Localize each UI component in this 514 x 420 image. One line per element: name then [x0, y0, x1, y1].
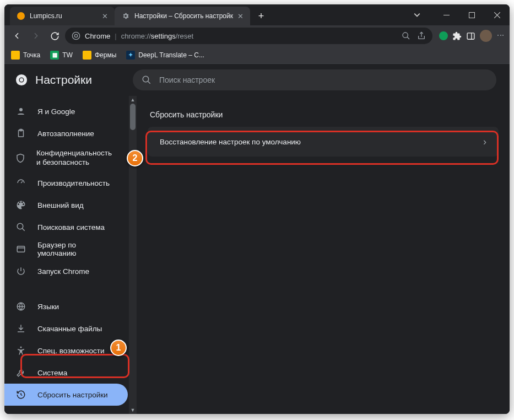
close-button[interactable] — [484, 4, 510, 25]
scroll-thumb[interactable] — [130, 104, 136, 130]
svg-rect-2 — [469, 12, 474, 18]
gear-icon — [121, 12, 130, 20]
sidebar-item-autofill[interactable]: Автозаполнение — [4, 122, 128, 144]
window-controls — [434, 4, 510, 25]
sidebar-item-languages[interactable]: Языки — [4, 295, 128, 317]
new-tab-button[interactable]: + — [253, 8, 269, 24]
section-title: Сбросить настройки — [148, 110, 499, 119]
minimize-button[interactable] — [434, 4, 459, 25]
svg-point-9 — [20, 78, 23, 82]
avatar[interactable] — [480, 30, 492, 42]
bookmark-fermy[interactable]: Фермы — [83, 51, 116, 60]
bookmark-tochka[interactable]: Точка — [11, 51, 40, 60]
reload-button[interactable] — [46, 28, 63, 44]
forward-button[interactable] — [28, 28, 44, 44]
extension-badge[interactable] — [439, 31, 448, 40]
restore-icon — [15, 390, 26, 400]
search-icon — [142, 75, 152, 85]
clipboard-icon — [15, 128, 26, 138]
chrome-icon — [72, 31, 80, 40]
svg-point-3 — [72, 32, 79, 39]
sidebar-item-accessibility[interactable]: Спец. возможности — [4, 340, 128, 362]
globe-icon — [15, 301, 26, 311]
svg-point-14 — [17, 223, 23, 229]
sidebar-item-system[interactable]: Система — [4, 362, 128, 384]
side-panel-icon[interactable] — [466, 31, 475, 41]
menu-button[interactable]: ⋮ — [496, 31, 505, 40]
settings-search[interactable] — [133, 69, 496, 90]
annotation-callout-2: 2 — [127, 150, 143, 166]
bookmark-tw[interactable]: ▦TW — [50, 51, 73, 60]
sidebar-item-you-and-google[interactable]: Я и Google — [4, 100, 128, 122]
speed-icon — [15, 178, 26, 188]
sidebar: ▲ ▼ Я и Google Автозаполнение Конфиденци… — [4, 96, 137, 414]
sidebar-item-downloads[interactable]: Скачанные файлы — [4, 317, 128, 340]
sidebar-item-performance[interactable]: Производительность — [4, 172, 128, 194]
svg-rect-15 — [17, 246, 25, 252]
chevron-down-icon[interactable] — [407, 4, 427, 25]
reset-card: Восстановление настроек по умолчанию › — [148, 127, 499, 157]
chevron-right-icon: › — [483, 136, 486, 148]
favicon-lumpics — [17, 12, 25, 20]
sidebar-item-appearance[interactable]: Внешний вид — [4, 194, 128, 216]
bookmarks-bar: Точка ▦TW Фермы ✦DeepL Translate – C... — [4, 46, 510, 64]
download-icon — [15, 324, 26, 333]
accessibility-icon — [15, 346, 26, 356]
close-icon[interactable]: ✕ — [237, 12, 244, 20]
annotation-callout-1: 1 — [110, 340, 127, 356]
toolbar: Chrome | chrome://settings/reset ⋮ — [4, 25, 510, 46]
row-label: Восстановление настроек по умолчанию — [160, 138, 301, 146]
omnibox-chip: Chrome — [85, 32, 110, 40]
search-icon[interactable] — [402, 31, 410, 40]
wrench-icon — [15, 368, 26, 378]
close-icon[interactable]: ✕ — [102, 12, 108, 20]
share-icon[interactable] — [417, 31, 426, 40]
tab-settings[interactable]: Настройки – Сбросить настройк ✕ — [115, 7, 250, 25]
maximize-button[interactable] — [459, 4, 484, 25]
svg-point-11 — [19, 108, 23, 111]
svg-point-5 — [403, 33, 408, 37]
svg-rect-6 — [467, 33, 474, 39]
svg-point-10 — [143, 76, 149, 82]
main-panel: Сбросить настройки Восстановление настро… — [137, 96, 510, 414]
browser-window: Lumpics.ru ✕ Настройки – Сбросить настро… — [4, 4, 510, 414]
power-icon — [15, 266, 26, 276]
sidebar-item-search-engine[interactable]: Поисковая система — [4, 216, 128, 238]
sidebar-item-default-browser[interactable]: Браузер по умолчанию — [4, 238, 128, 260]
scrollbar[interactable]: ▲ ▼ — [129, 96, 137, 414]
shield-icon — [15, 153, 25, 163]
url-text: chrome://settings/reset — [121, 32, 194, 40]
sidebar-item-reset[interactable]: Сбросить настройки — [4, 384, 128, 406]
sidebar-item-startup[interactable]: Запуск Chrome — [4, 260, 128, 282]
sidebar-item-privacy[interactable]: Конфиденциальность и безопасность — [4, 144, 128, 172]
search-input[interactable] — [159, 76, 488, 84]
svg-point-0 — [17, 12, 25, 20]
titlebar: Lumpics.ru ✕ Настройки – Сбросить настро… — [4, 4, 510, 25]
restore-defaults-row[interactable]: Восстановление настроек по умолчанию › — [148, 127, 499, 157]
search-icon — [15, 222, 26, 232]
tab-label: Настройки – Сбросить настройк — [134, 12, 233, 20]
extensions-icon[interactable] — [452, 31, 462, 41]
tab-label: Lumpics.ru — [30, 12, 62, 20]
person-icon — [15, 106, 26, 116]
scroll-up-icon[interactable]: ▲ — [129, 96, 137, 104]
browser-icon — [15, 244, 26, 254]
tab-lumpics[interactable]: Lumpics.ru ✕ — [10, 7, 115, 25]
svg-point-17 — [20, 347, 22, 348]
chrome-logo-icon — [15, 74, 28, 86]
svg-rect-1 — [443, 15, 450, 15]
scroll-down-icon[interactable]: ▼ — [129, 406, 137, 414]
palette-icon — [15, 200, 26, 210]
bookmark-deepl[interactable]: ✦DeepL Translate – C... — [126, 51, 204, 60]
page-title: Настройки — [35, 73, 92, 87]
address-bar[interactable]: Chrome | chrome://settings/reset — [65, 28, 432, 44]
settings-header: Настройки — [4, 64, 510, 96]
back-button[interactable] — [9, 28, 25, 44]
tab-strip: Lumpics.ru ✕ Настройки – Сбросить настро… — [4, 4, 269, 25]
content: ▲ ▼ Я и Google Автозаполнение Конфиденци… — [4, 96, 510, 414]
svg-point-4 — [74, 34, 77, 37]
